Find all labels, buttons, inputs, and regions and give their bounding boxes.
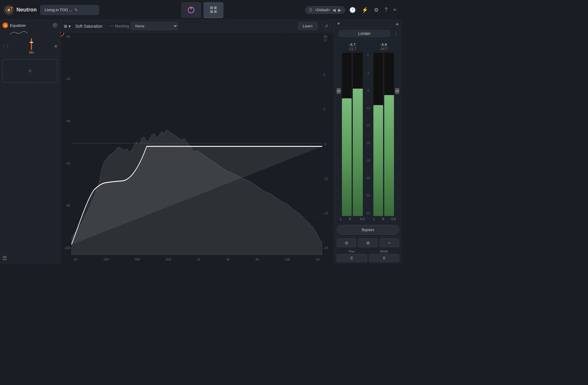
scale-6: -6 xyxy=(365,89,372,92)
module-name: Equalizer xyxy=(10,23,51,28)
scale-20: -20 xyxy=(365,142,372,145)
eq-display xyxy=(71,32,322,255)
meter-lr-labels: L R 0.0 L R 0.0 xyxy=(337,217,399,221)
db-label-minus80: -80 xyxy=(61,204,70,207)
right-panel: ▼ ▲ Limiter ⋮ -3.7 -11.7 -3.9 -14.7 xyxy=(334,20,402,264)
hz-300: 300 xyxy=(134,258,140,261)
lightning-button[interactable]: ⚡ xyxy=(360,6,370,14)
right-l-label: L xyxy=(373,217,375,221)
meter-values-row: -3.7 -11.7 -3.9 -14.7 xyxy=(337,42,399,51)
pan-group: Pan C xyxy=(337,250,367,262)
bands-selector[interactable]: ⊞ ▾ xyxy=(64,24,71,29)
dots-icon: ⋮⋮ xyxy=(2,44,9,48)
right-l-meter xyxy=(373,53,383,216)
svg-point-5 xyxy=(190,7,192,9)
scroll-down-button[interactable]: ▲ xyxy=(395,21,399,26)
module-knob[interactable] xyxy=(53,23,58,28)
spectrum-button[interactable]: ≈ xyxy=(392,6,398,14)
eq-node-4[interactable]: 4 xyxy=(60,32,64,36)
eq-toolbar: ⊞ ▾ Soft Saturation 〰 Masking None Learn… xyxy=(60,20,334,32)
bottom-controls: ⊙ ⊘ ↔ Pan C Width 0 xyxy=(334,236,402,264)
left-zero: 0.0 xyxy=(358,217,366,221)
scale-3: -3 xyxy=(365,72,372,75)
list-icon-button[interactable]: ☰ xyxy=(2,255,7,261)
db-label-minus40: -40 xyxy=(61,119,70,123)
preset-next-button[interactable]: ▶ xyxy=(338,8,341,12)
width-label: Width xyxy=(369,250,400,253)
settings-button[interactable]: ⚙ xyxy=(372,6,380,14)
left-r-meter xyxy=(353,53,363,216)
add-icon: + xyxy=(28,66,32,76)
link-button[interactable]: ⊙ xyxy=(337,238,356,247)
hz-3k: 3k xyxy=(226,258,230,261)
right-r-label: R xyxy=(382,217,384,221)
width-button[interactable]: ↔ xyxy=(380,238,399,247)
left-panel: ⏻ Equalizer ⋮⋮ Mix ✕ xyxy=(0,20,60,264)
meter-section: -3.7 -11.7 -3.9 -14.7 xyxy=(334,40,402,223)
logo-area: Neutron xyxy=(4,5,37,15)
svg-point-3 xyxy=(11,7,13,9)
db-right-n12: -12 xyxy=(323,177,333,180)
history-button[interactable]: 🕐 xyxy=(348,6,358,14)
limiter-title: Limiter xyxy=(338,30,391,37)
db-labels-left: dB -20 -40 -60 -80 -100 xyxy=(60,32,71,252)
reset-button[interactable]: ↺ xyxy=(322,22,330,30)
right-bottom-value: -14.7 xyxy=(380,47,387,51)
preset-label: <Default> xyxy=(315,8,330,12)
add-module-button[interactable]: + xyxy=(2,59,58,83)
db-right-12: dB12 xyxy=(323,35,333,42)
learn-button[interactable]: Learn xyxy=(298,22,318,30)
mix-label: Mix xyxy=(29,51,34,54)
bands-chevron: ▾ xyxy=(69,24,71,29)
masking-select[interactable]: None xyxy=(131,22,178,30)
topbar: Neutron Living in TOO ... ✎ ☰ <Default> xyxy=(0,0,402,20)
tab-mix[interactable] xyxy=(181,2,201,18)
mix-icon xyxy=(187,6,195,14)
limiter-menu-button[interactable]: ⋮ xyxy=(393,31,398,36)
scale-40: -40 xyxy=(365,177,372,180)
left-group-values: -3.7 -11.7 xyxy=(348,42,356,51)
svg-rect-9 xyxy=(214,10,217,13)
help-button[interactable]: ? xyxy=(383,6,389,14)
hz-60: 60 xyxy=(74,258,77,261)
left-slider[interactable] xyxy=(337,53,341,216)
stereo-buttons: ⊙ ⊘ ↔ xyxy=(337,238,399,247)
svg-rect-8 xyxy=(210,10,213,13)
right-top-value: -3.9 xyxy=(380,42,387,47)
scale-15: -15 xyxy=(365,124,372,127)
close-module-button[interactable]: ✕ xyxy=(54,44,58,49)
scale-10: -10 xyxy=(365,107,372,110)
eq-canvas-container: dB -20 -40 -60 -80 -100 dB12 6 0 -6 -12 … xyxy=(60,32,334,264)
left-top-value: -3.7 xyxy=(349,42,355,47)
right-slider[interactable] xyxy=(395,53,399,216)
bands-icon: ⊞ xyxy=(64,24,67,29)
pan-label: Pan xyxy=(337,250,367,253)
tab-grid[interactable] xyxy=(203,2,223,18)
width-value[interactable]: 0 xyxy=(369,254,400,262)
mix-fader[interactable] xyxy=(31,38,32,50)
hz-1k: 1k xyxy=(197,258,201,261)
track-name-button[interactable]: Living in TOO ... ✎ xyxy=(40,5,99,15)
masking-text-label: Masking xyxy=(115,24,129,28)
preset-prev-button[interactable]: ◀ xyxy=(333,8,336,12)
left-l-meter xyxy=(342,53,352,216)
scale-30: -30 xyxy=(365,159,372,162)
left-l-label: L xyxy=(340,217,342,221)
grid-icon xyxy=(209,6,218,14)
phase-button[interactable]: ⊘ xyxy=(358,238,378,247)
db-right-0: 0 xyxy=(323,107,333,111)
pan-value[interactable]: C xyxy=(337,254,367,262)
module-wave xyxy=(2,28,58,37)
bypass-button[interactable]: Bypass xyxy=(337,225,399,235)
db-right-6: 6 xyxy=(323,73,333,77)
hz-6k: 6k xyxy=(255,258,259,261)
svg-point-2 xyxy=(7,9,10,11)
right-zero: 0.0 xyxy=(391,217,396,221)
db-label-minus100: -100 xyxy=(61,246,70,250)
topbar-right: ☰ <Default> ◀ ▶ 🕐 ⚡ ⚙ ? ≈ xyxy=(305,6,398,14)
masking-area: 〰 Masking None xyxy=(110,22,178,30)
scroll-up-button[interactable]: ▼ xyxy=(337,21,341,26)
module-power-button[interactable]: ⏻ xyxy=(2,22,8,28)
scale-0: 0 xyxy=(365,54,372,57)
db-right-n24: -24 xyxy=(323,246,333,250)
